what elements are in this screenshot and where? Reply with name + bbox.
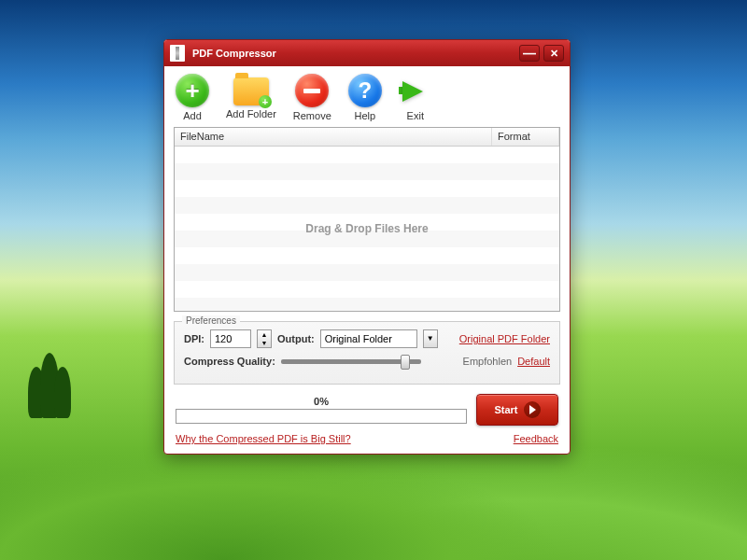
- question-icon: [348, 74, 382, 107]
- plus-icon: [176, 74, 209, 107]
- add-folder-button[interactable]: Add Folder: [226, 74, 276, 121]
- exit-label: Exit: [407, 110, 424, 121]
- prefs-legend: Preferences: [182, 315, 240, 326]
- minimize-button[interactable]: —: [519, 45, 540, 62]
- output-select[interactable]: [320, 329, 417, 348]
- window-title: PDF Compressor: [192, 48, 276, 59]
- empfohlen-label: Empfohlen: [463, 356, 513, 367]
- exit-button[interactable]: Exit: [399, 74, 432, 121]
- why-big-link[interactable]: Why the Compressed PDF is Big Still?: [176, 433, 351, 444]
- remove-button[interactable]: Remove: [293, 74, 331, 121]
- preferences-panel: Preferences DPI: ▲▼ Output: ▼ Original P…: [174, 321, 560, 385]
- progress-wrap: 0%: [176, 396, 467, 424]
- file-list[interactable]: FileName Format Drag & Drop Files Here: [174, 127, 560, 312]
- bottom-bar: 0% Start: [164, 390, 570, 433]
- file-list-body[interactable]: Drag & Drop Files Here: [175, 147, 559, 311]
- arrow-right-icon: [399, 74, 432, 107]
- folder-plus-icon: [233, 77, 269, 105]
- dpi-spinner[interactable]: ▲▼: [257, 329, 272, 348]
- minimize-icon: —: [523, 50, 536, 56]
- chevron-right-icon: [524, 401, 541, 418]
- progress-percent: 0%: [314, 396, 329, 407]
- close-icon: ✕: [550, 48, 558, 60]
- start-label: Start: [494, 404, 517, 415]
- help-button[interactable]: Help: [348, 74, 382, 121]
- default-link[interactable]: Default: [517, 356, 550, 367]
- progress-bar: [176, 409, 467, 424]
- add-folder-label: Add Folder: [226, 108, 276, 119]
- dpi-input[interactable]: [210, 329, 251, 348]
- app-window: PDF Compressor — ✕ Add Add Folder Remove…: [163, 39, 571, 455]
- add-label: Add: [183, 110, 202, 121]
- help-label: Help: [354, 110, 375, 121]
- slider-thumb[interactable]: [401, 355, 410, 370]
- titlebar[interactable]: PDF Compressor — ✕: [164, 40, 570, 66]
- drop-hint: Drag & Drop Files Here: [305, 222, 428, 235]
- output-label: Output:: [277, 333, 315, 344]
- remove-label: Remove: [293, 110, 331, 121]
- output-dropdown-button[interactable]: ▼: [423, 329, 438, 348]
- app-icon: [170, 45, 185, 62]
- add-button[interactable]: Add: [176, 74, 209, 121]
- dpi-label: DPI:: [184, 333, 204, 344]
- feedback-link[interactable]: Feedback: [514, 433, 558, 444]
- desktop-trees: [28, 353, 66, 420]
- quality-label: Compress Quality:: [184, 356, 275, 367]
- original-folder-link[interactable]: Original PDF Folder: [459, 333, 550, 344]
- col-filename[interactable]: FileName: [175, 128, 492, 146]
- footer: Why the Compressed PDF is Big Still? Fee…: [164, 433, 570, 454]
- close-button[interactable]: ✕: [543, 45, 564, 62]
- quality-slider[interactable]: [281, 359, 421, 364]
- minus-icon: [295, 74, 329, 107]
- toolbar: Add Add Folder Remove Help Exit: [164, 66, 570, 127]
- col-format[interactable]: Format: [492, 128, 559, 146]
- start-button[interactable]: Start: [476, 394, 558, 426]
- file-list-header: FileName Format: [175, 128, 559, 147]
